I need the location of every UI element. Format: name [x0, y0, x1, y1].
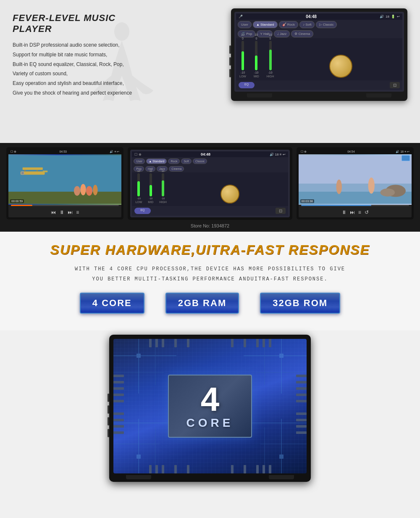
left-video-housing: ☐ ⊕ 04:53 🔊 ≡ ↩	[6, 147, 123, 219]
c-slider-low: 10 -10 LOW	[135, 170, 142, 204]
rv-progress-fill	[301, 205, 371, 206]
chip-pins-svg	[113, 339, 307, 473]
c-slider-mid-label: MID	[148, 201, 153, 204]
preset-standard[interactable]: ▲ Standard	[253, 21, 278, 28]
topbar-time: 04:48	[306, 14, 317, 19]
svg-rect-6	[37, 170, 37, 172]
c-slider-low-track[interactable]	[137, 173, 140, 196]
store-watermark: Store No: 1934872	[0, 220, 420, 232]
preset-row-1: User ▲ Standard 🎸 Rock ♪ Soft ▷ Classic	[236, 20, 402, 29]
c-slider-high-label: HIGH	[159, 201, 167, 204]
eq-topbar: 🎤 04:48 🔊 18 🔋 ↩	[236, 13, 402, 20]
c-preset-classic[interactable]: Classic	[193, 159, 207, 164]
slider-high-label: HIGH	[267, 75, 274, 78]
lv-pause-btn[interactable]: ⏸	[59, 209, 64, 215]
b-foot-left	[126, 475, 151, 479]
three-screens-section: ☐ ⊕ 04:53 🔊 ≡ ↩	[0, 143, 420, 220]
preset-rock[interactable]: 🎸 Rock	[279, 21, 298, 28]
rv-pause-btn[interactable]: ⏸	[341, 209, 346, 215]
slider-low-label: LOW	[239, 75, 246, 78]
svg-rect-48	[113, 425, 124, 428]
bottom-device-section: 4 CORE	[0, 330, 420, 490]
spec-core: 4 CORE	[80, 293, 144, 314]
right-video-housing: ☐ ⊕ 04:54 🔊 18 ≡ ↩	[297, 147, 414, 219]
preset-cinema[interactable]: ⚙ Cinema	[291, 30, 313, 37]
lv-rewind-btn[interactable]: ⏮	[51, 209, 56, 215]
eq-icon-btn[interactable]: ⊡	[390, 82, 400, 88]
svg-point-9	[74, 186, 80, 196]
c-preset-cinema[interactable]: Cinema	[169, 166, 184, 172]
bottom-cpu-screen: 4 CORE	[113, 339, 307, 473]
c-preset-standard[interactable]: ▲ Standard	[146, 159, 167, 164]
c-icon-btn[interactable]: ⊡	[276, 208, 286, 214]
foot-right	[366, 93, 391, 98]
c-preset-rock[interactable]: Rock	[168, 159, 180, 164]
svg-rect-76	[256, 465, 259, 473]
svg-rect-73	[187, 465, 189, 473]
device-feet-top	[234, 93, 404, 98]
rv-progress-bar[interactable]	[301, 205, 409, 206]
b-side-btn-2	[108, 405, 109, 414]
feature-5: Easy operation and stylish and beautiful…	[13, 79, 155, 88]
svg-rect-46	[113, 412, 124, 415]
c-preset-soft[interactable]: Soft	[181, 159, 191, 164]
c-preset-user[interactable]: User	[134, 159, 145, 164]
topbar-left-icons: 🎤	[239, 15, 243, 18]
hardware-section: SUPER HARDWARE,UITRA-FAST RESPONSE WITH …	[0, 232, 420, 330]
svg-point-12	[93, 185, 98, 196]
c-slider-mid-track[interactable]	[150, 173, 152, 196]
svg-rect-49	[113, 431, 124, 434]
bottom-device-wrap: 4 CORE	[109, 335, 311, 482]
svg-rect-61	[162, 339, 164, 347]
lv-forward-btn[interactable]: ⏭	[68, 209, 73, 215]
c-thumb-area	[175, 185, 285, 204]
left-video-topbar: ☐ ⊕ 04:53 🔊 ≡ ↩	[8, 149, 121, 154]
eq-toggle-btn[interactable]: EQ	[239, 82, 255, 88]
preset-jazz[interactable]: ♩ Jazz	[274, 30, 290, 37]
c-slider-high-track[interactable]	[162, 173, 164, 196]
slider-mid-track[interactable]	[255, 41, 257, 70]
back-icon: ↩	[397, 15, 400, 18]
svg-point-18	[336, 180, 341, 194]
svg-rect-74	[231, 465, 234, 473]
hw-desc-line1: WITH THE 4 CORE CPU PROCESSOR,THE DEVICE…	[13, 264, 407, 274]
rv-controls: ⏸ ⏭ ≡ ↺	[299, 207, 412, 217]
svg-rect-70	[155, 465, 158, 473]
right-video-device: ☐ ⊕ 04:54 🔊 18 ≡ ↩	[297, 147, 414, 219]
b-side-btn-3	[108, 417, 109, 426]
preset-classic[interactable]: ▷ Classic	[316, 21, 337, 28]
slider-high-track[interactable]	[269, 41, 272, 70]
svg-rect-69	[149, 465, 152, 473]
svg-rect-77	[262, 465, 265, 473]
side-buttons	[229, 45, 231, 77]
preset-soft[interactable]: ♪ Soft	[299, 21, 315, 28]
eq-headphones-thumbnail	[329, 55, 352, 78]
lv-icons2: 🔊 ≡ ↩	[110, 150, 119, 153]
rv-forward-btn[interactable]: ⏭	[350, 209, 355, 215]
eq-screen-large: 🎤 04:48 🔊 18 🔋 ↩ User ▲ Standard 🎸 Rock	[234, 12, 404, 92]
rv-repeat-btn[interactable]: ↺	[365, 209, 369, 215]
svg-rect-41	[113, 375, 124, 377]
c-eq-btn[interactable]: EQ	[134, 208, 150, 214]
slider-mid-label: MID	[254, 75, 259, 78]
hardware-desc-1: WITH THE 4 CORE CPU PROCESSOR,THE DEVICE…	[13, 264, 407, 284]
slider-high: 10 0 -10 HIGH	[267, 33, 274, 78]
svg-rect-57	[296, 425, 307, 428]
lv-menu-btn[interactable]: ≡	[76, 209, 79, 215]
c-topbar-icons: ☐ ⊕	[134, 153, 141, 156]
side-btn-3	[229, 69, 231, 77]
rv-time: 04:54	[347, 150, 355, 153]
rv-icons: ☐ ⊕	[301, 150, 307, 153]
feature-2: Support for multiple bit rate music form…	[13, 50, 155, 60]
store-no-label: Store No: 1934872	[191, 223, 229, 228]
eq-sliders-area: 10 0 -10 LOW 10 0	[236, 38, 402, 80]
preset-user[interactable]: User	[238, 21, 252, 28]
slider-low-track[interactable]	[242, 41, 244, 70]
svg-point-10	[80, 184, 86, 196]
svg-point-17	[368, 177, 374, 193]
c-slider-low-label: LOW	[135, 201, 142, 204]
rv-menu-btn[interactable]: ≡	[358, 209, 361, 215]
svg-rect-54	[296, 400, 307, 402]
spec-rom: 32GB ROM	[260, 293, 340, 314]
lv-progress-bar[interactable]	[11, 205, 119, 206]
